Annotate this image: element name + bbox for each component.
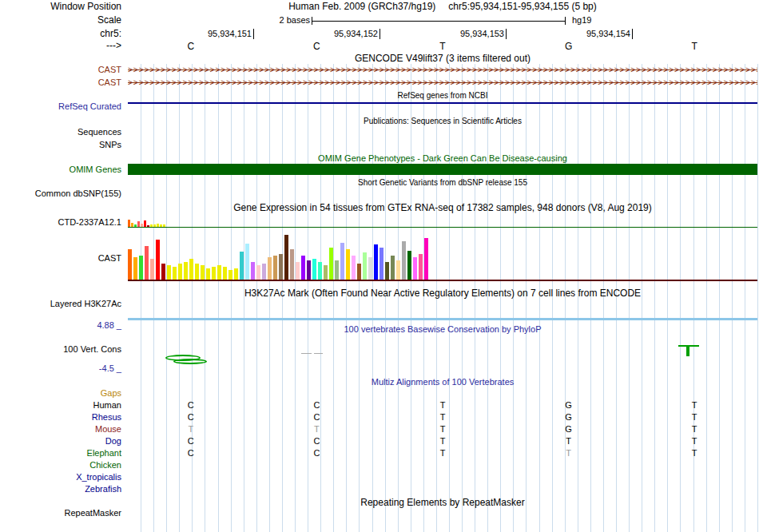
- alignment-base: T: [300, 424, 332, 435]
- sequence-base: T: [427, 41, 459, 52]
- gtex-tissue-bar: [424, 238, 428, 280]
- gencode-item-label-1[interactable]: CAST: [0, 65, 121, 75]
- gridline: [757, 64, 758, 532]
- alignment-base: T: [678, 400, 710, 411]
- species-label-dog[interactable]: Dog: [0, 436, 121, 447]
- gtex-tissue-bar: [137, 221, 140, 227]
- gtex-tissue-bar: [284, 235, 288, 280]
- gtex-tissue-bar: [139, 256, 143, 280]
- gtex-tissue-bar: [201, 265, 205, 280]
- coordinate-value: 95,934,153: [460, 29, 504, 38]
- species-label-human[interactable]: Human: [0, 400, 121, 411]
- refseq-curated-label[interactable]: RefSeq Curated: [0, 101, 121, 112]
- gtex-tissue-bar: [352, 256, 356, 280]
- gtex-tissue-bar: [396, 260, 400, 280]
- species-label-chicken[interactable]: Chicken: [0, 460, 121, 470]
- gtex-tissue-bar: [419, 254, 423, 280]
- gtex-track-title: Gene Expression in 54 tissues from GTEx …: [128, 202, 757, 213]
- alignment-base: T: [427, 436, 459, 447]
- species-label-x_tropicalis[interactable]: X_tropicalis: [0, 472, 121, 482]
- gtex-tissue-bar: [318, 262, 322, 280]
- gtex-tissue-bar: [133, 257, 137, 280]
- coordinate-tick-4: 95,934,154: [545, 29, 633, 39]
- gtex-tissue-bar: [301, 256, 305, 280]
- gtex-tissue-bar: [385, 262, 389, 280]
- gtex-gene-label-cast[interactable]: CAST: [0, 253, 121, 264]
- alignment-base: C: [300, 412, 332, 423]
- alignment-base: C: [175, 400, 207, 411]
- alignment-base: T: [678, 424, 710, 435]
- gtex-tissue-bar: [240, 252, 244, 280]
- gtex-tissue-bar: [413, 257, 417, 280]
- species-label-rhesus[interactable]: Rhesus: [0, 412, 121, 423]
- transcript-arrows-row-1[interactable]: >>>>>>>>>>>>>>>>>>>>>>>>>>>>>>>>>>>>>>>>…: [128, 65, 757, 75]
- species-label-elephant[interactable]: Elephant: [0, 448, 121, 459]
- phylop-track-title: 100 vertebrates Basewise Conservation by…: [128, 324, 757, 334]
- gtex-tissue-bar: [144, 220, 146, 227]
- gtex-tissue-bar: [324, 265, 328, 280]
- alignment-base: C: [300, 400, 332, 411]
- gtex-tissue-bar: [234, 268, 238, 280]
- gtex-tissue-bar: [150, 259, 154, 280]
- gtex-barchart-cast[interactable]: [128, 233, 757, 280]
- transcript-arrows-row-2[interactable]: >>>>>>>>>>>>>>>>>>>>>>>>>>>>>>>>>>>>>>>>…: [128, 77, 757, 88]
- gtex-tissue-bar: [156, 240, 160, 280]
- conservation-zero-dash-2: [314, 353, 323, 354]
- ucsc-genome-browser: Window Position Human Feb. 2009 (GRCh37/…: [0, 0, 759, 532]
- scale-bar-line: [312, 21, 565, 22]
- assembly-name: Human Feb. 2009 (GRCh37/hg19): [288, 1, 435, 12]
- gtex-tissue-bar: [357, 264, 361, 280]
- strand-direction-label: --->: [0, 41, 121, 51]
- publications-track-title: Publications: Sequences in Scientific Ar…: [128, 117, 757, 125]
- repeatmasker-label[interactable]: RepeatMasker: [0, 508, 121, 518]
- alignment-base: T: [175, 424, 207, 435]
- h3k27ac-track-title: H3K27Ac Mark (Often Found Near Active Re…: [128, 288, 757, 299]
- sequences-label[interactable]: Sequences: [0, 127, 121, 137]
- gtex-tissue-bar: [178, 264, 182, 280]
- gtex-tissue-bar: [402, 241, 406, 280]
- gtex-tissue-bar: [296, 262, 300, 280]
- species-label-mouse[interactable]: Mouse: [0, 424, 121, 435]
- gtex-tissue-bar: [312, 259, 316, 280]
- phylop-min-label: -4.5 _: [0, 363, 121, 374]
- layered-h3k27ac-label[interactable]: Layered H3K27Ac: [0, 299, 121, 309]
- gtex-gene-label-ctd[interactable]: CTD-2337A12.1: [0, 217, 121, 228]
- gtex-tissue-bar: [368, 257, 372, 280]
- position-header: Human Feb. 2009 (GRCh37/hg19)chr5:95,934…: [128, 1, 757, 12]
- gtex-gene-model-line-ctd: [128, 227, 757, 228]
- gtex-barchart-ctd[interactable]: [128, 218, 757, 227]
- gtex-tissue-bar: [290, 249, 294, 280]
- omim-genes-label[interactable]: OMIM Genes: [0, 165, 121, 175]
- chrom-label: chr5:: [0, 29, 121, 39]
- omim-gene-bar[interactable]: [128, 164, 757, 175]
- gtex-tissue-bar: [346, 249, 350, 280]
- gtex-tissue-bar: [340, 243, 344, 280]
- alignment-base: T: [427, 412, 459, 423]
- alignment-base: G: [553, 424, 585, 435]
- omim-track-title: OMIM Gene Phenotypes - Dark Green Can Be…: [128, 153, 757, 163]
- scale-label: Scale: [0, 15, 121, 26]
- common-dbsnp-label[interactable]: Common dbSNP(155): [0, 189, 121, 199]
- snps-label[interactable]: SNPs: [0, 140, 121, 150]
- vert-cons-label[interactable]: 100 Vert. Cons: [0, 344, 121, 355]
- conservation-zero-dash-1: [301, 353, 312, 354]
- dbsnp-track-title: Short Genetic Variants from dbSNP releas…: [128, 178, 757, 187]
- species-label-zebrafish[interactable]: Zebrafish: [0, 484, 121, 494]
- alignment-base: T: [427, 400, 459, 411]
- sequence-base: T: [678, 41, 710, 52]
- window-position-label: Window Position: [0, 2, 121, 12]
- gtex-tissue-bar: [268, 257, 272, 280]
- phylop-max-label: 4.88 _: [0, 320, 121, 331]
- refseq-gene-line[interactable]: [128, 102, 757, 104]
- alignment-base: T: [427, 448, 459, 459]
- gencode-item-label-2[interactable]: CAST: [0, 77, 121, 88]
- alignment-base: T: [678, 412, 710, 423]
- gtex-tissue-bar: [262, 264, 266, 280]
- alignment-base: T: [678, 436, 710, 447]
- gtex-tissue-bar: [307, 260, 311, 280]
- species-label-gaps[interactable]: Gaps: [0, 388, 121, 399]
- gtex-tissue-bar: [217, 265, 221, 280]
- coordinate-value: 95,934,151: [208, 29, 252, 38]
- gtex-tissue-bar: [273, 256, 277, 280]
- scale-bar: [312, 17, 566, 25]
